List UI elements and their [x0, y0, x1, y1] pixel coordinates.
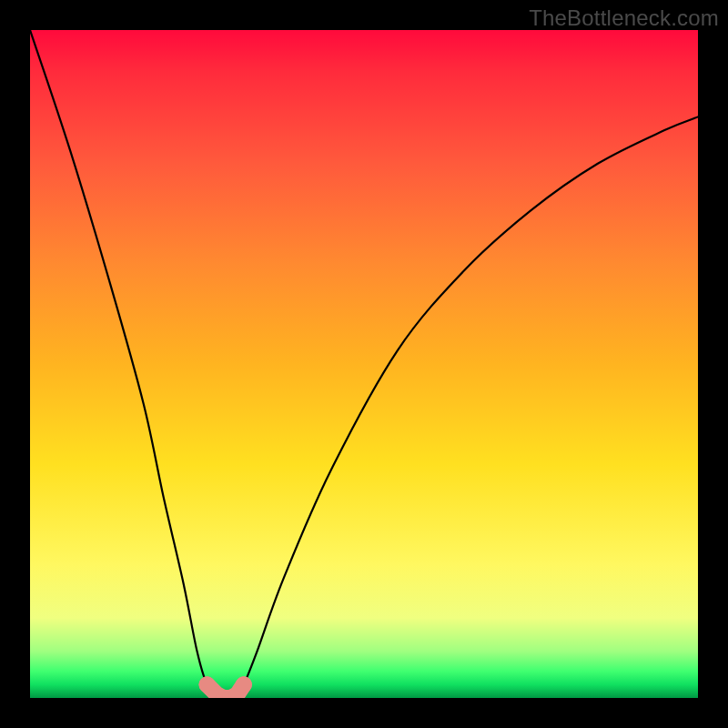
- bottleneck-curve: [30, 30, 698, 698]
- chart-frame: TheBottleneck.com: [0, 0, 728, 728]
- minimum-markers: [199, 676, 252, 698]
- minimum-marker: [236, 676, 252, 693]
- plot-area: [30, 30, 698, 698]
- curve-layer: [30, 30, 698, 698]
- attribution-text: TheBottleneck.com: [529, 5, 719, 31]
